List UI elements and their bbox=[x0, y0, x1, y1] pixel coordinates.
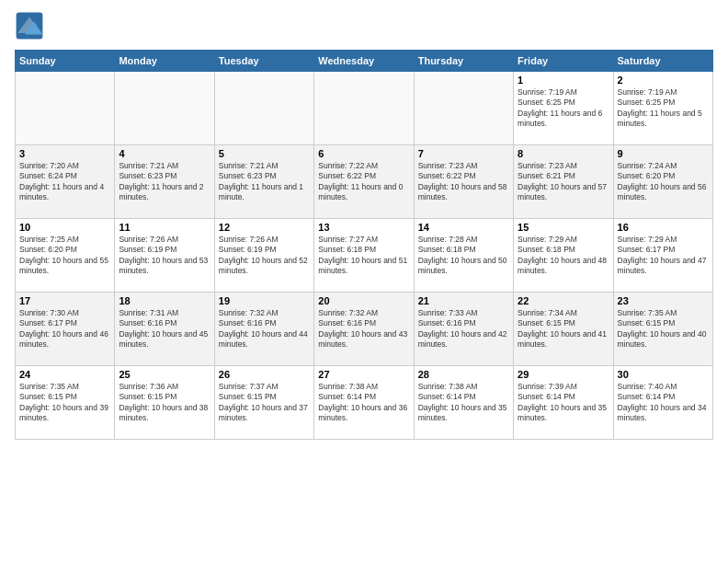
calendar-cell: 12Sunrise: 7:26 AMSunset: 6:19 PMDayligh… bbox=[214, 219, 313, 293]
calendar-cell: 14Sunrise: 7:28 AMSunset: 6:18 PMDayligh… bbox=[414, 219, 513, 293]
day-number: 8 bbox=[518, 148, 609, 159]
calendar-cell bbox=[16, 72, 115, 145]
day-info: Sunrise: 7:33 AMSunset: 6:16 PMDaylight:… bbox=[418, 308, 509, 350]
calendar-cell: 17Sunrise: 7:30 AMSunset: 6:17 PMDayligh… bbox=[16, 293, 115, 366]
day-number: 23 bbox=[618, 295, 709, 306]
day-number: 22 bbox=[518, 295, 609, 306]
calendar-week-row: 1Sunrise: 7:19 AMSunset: 6:25 PMDaylight… bbox=[16, 72, 713, 145]
day-info: Sunrise: 7:39 AMSunset: 6:14 PMDaylight:… bbox=[518, 382, 609, 424]
day-info: Sunrise: 7:21 AMSunset: 6:23 PMDaylight:… bbox=[119, 161, 210, 203]
page: SundayMondayTuesdayWednesdayThursdayFrid… bbox=[0, 0, 728, 563]
calendar-cell: 13Sunrise: 7:27 AMSunset: 6:18 PMDayligh… bbox=[314, 219, 414, 293]
calendar-cell bbox=[214, 72, 313, 145]
calendar-header-row: SundayMondayTuesdayWednesdayThursdayFrid… bbox=[16, 51, 713, 72]
day-info: Sunrise: 7:19 AMSunset: 6:25 PMDaylight:… bbox=[618, 87, 709, 130]
day-number: 6 bbox=[318, 148, 409, 159]
calendar-cell: 16Sunrise: 7:29 AMSunset: 6:17 PMDayligh… bbox=[613, 219, 712, 293]
day-info: Sunrise: 7:32 AMSunset: 6:16 PMDaylight:… bbox=[219, 308, 310, 350]
day-number: 13 bbox=[318, 222, 409, 233]
calendar-cell: 4Sunrise: 7:21 AMSunset: 6:23 PMDaylight… bbox=[115, 145, 214, 219]
day-number: 16 bbox=[618, 222, 709, 233]
day-info: Sunrise: 7:19 AMSunset: 6:25 PMDaylight:… bbox=[518, 87, 609, 130]
calendar-cell: 7Sunrise: 7:23 AMSunset: 6:22 PMDaylight… bbox=[414, 145, 513, 219]
calendar-cell: 28Sunrise: 7:38 AMSunset: 6:14 PMDayligh… bbox=[414, 366, 513, 440]
day-info: Sunrise: 7:22 AMSunset: 6:22 PMDaylight:… bbox=[318, 161, 409, 203]
calendar-header-saturday: Saturday bbox=[613, 51, 712, 72]
day-number: 15 bbox=[518, 222, 609, 233]
day-number: 7 bbox=[418, 148, 509, 159]
day-number: 26 bbox=[219, 369, 310, 380]
calendar-cell bbox=[115, 72, 214, 145]
calendar-cell: 5Sunrise: 7:21 AMSunset: 6:23 PMDaylight… bbox=[214, 145, 313, 219]
day-number: 27 bbox=[318, 369, 409, 380]
calendar-cell: 8Sunrise: 7:23 AMSunset: 6:21 PMDaylight… bbox=[514, 145, 613, 219]
calendar-cell: 2Sunrise: 7:19 AMSunset: 6:25 PMDaylight… bbox=[613, 72, 712, 145]
calendar-header-wednesday: Wednesday bbox=[314, 51, 414, 72]
day-number: 24 bbox=[19, 369, 110, 380]
calendar-cell: 30Sunrise: 7:40 AMSunset: 6:14 PMDayligh… bbox=[613, 366, 712, 440]
day-info: Sunrise: 7:40 AMSunset: 6:14 PMDaylight:… bbox=[618, 382, 709, 424]
day-info: Sunrise: 7:32 AMSunset: 6:16 PMDaylight:… bbox=[318, 308, 409, 350]
calendar-week-row: 3Sunrise: 7:20 AMSunset: 6:24 PMDaylight… bbox=[16, 145, 713, 219]
calendar-cell: 10Sunrise: 7:25 AMSunset: 6:20 PMDayligh… bbox=[16, 219, 115, 293]
day-number: 3 bbox=[19, 148, 110, 159]
day-number: 1 bbox=[518, 75, 609, 86]
day-info: Sunrise: 7:26 AMSunset: 6:19 PMDaylight:… bbox=[219, 235, 310, 277]
calendar-week-row: 17Sunrise: 7:30 AMSunset: 6:17 PMDayligh… bbox=[16, 293, 713, 366]
day-info: Sunrise: 7:23 AMSunset: 6:21 PMDaylight:… bbox=[518, 161, 609, 203]
day-number: 21 bbox=[418, 295, 509, 306]
calendar-cell: 26Sunrise: 7:37 AMSunset: 6:15 PMDayligh… bbox=[214, 366, 313, 440]
day-number: 19 bbox=[219, 295, 310, 306]
day-info: Sunrise: 7:34 AMSunset: 6:15 PMDaylight:… bbox=[518, 308, 609, 350]
calendar-header-monday: Monday bbox=[115, 51, 214, 72]
logo-icon bbox=[15, 11, 44, 40]
day-info: Sunrise: 7:35 AMSunset: 6:15 PMDaylight:… bbox=[19, 382, 110, 424]
calendar-cell: 3Sunrise: 7:20 AMSunset: 6:24 PMDaylight… bbox=[16, 145, 115, 219]
day-info: Sunrise: 7:20 AMSunset: 6:24 PMDaylight:… bbox=[19, 161, 110, 203]
header bbox=[15, 11, 713, 40]
logo bbox=[15, 11, 48, 40]
calendar-cell: 24Sunrise: 7:35 AMSunset: 6:15 PMDayligh… bbox=[16, 366, 115, 440]
day-info: Sunrise: 7:29 AMSunset: 6:18 PMDaylight:… bbox=[518, 235, 609, 277]
calendar-cell: 18Sunrise: 7:31 AMSunset: 6:16 PMDayligh… bbox=[115, 293, 214, 366]
calendar-cell: 21Sunrise: 7:33 AMSunset: 6:16 PMDayligh… bbox=[414, 293, 513, 366]
day-number: 30 bbox=[618, 369, 709, 380]
day-info: Sunrise: 7:38 AMSunset: 6:14 PMDaylight:… bbox=[418, 382, 509, 424]
calendar-header-thursday: Thursday bbox=[414, 51, 513, 72]
calendar-cell: 20Sunrise: 7:32 AMSunset: 6:16 PMDayligh… bbox=[314, 293, 414, 366]
day-info: Sunrise: 7:25 AMSunset: 6:20 PMDaylight:… bbox=[19, 235, 110, 277]
calendar-cell: 27Sunrise: 7:38 AMSunset: 6:14 PMDayligh… bbox=[314, 366, 414, 440]
calendar-cell: 6Sunrise: 7:22 AMSunset: 6:22 PMDaylight… bbox=[314, 145, 414, 219]
calendar-cell: 15Sunrise: 7:29 AMSunset: 6:18 PMDayligh… bbox=[514, 219, 613, 293]
calendar-week-row: 10Sunrise: 7:25 AMSunset: 6:20 PMDayligh… bbox=[16, 219, 713, 293]
calendar-cell: 11Sunrise: 7:26 AMSunset: 6:19 PMDayligh… bbox=[115, 219, 214, 293]
day-number: 18 bbox=[119, 295, 210, 306]
day-info: Sunrise: 7:30 AMSunset: 6:17 PMDaylight:… bbox=[19, 308, 110, 350]
calendar-cell bbox=[414, 72, 513, 145]
day-info: Sunrise: 7:31 AMSunset: 6:16 PMDaylight:… bbox=[119, 308, 210, 350]
calendar-header-tuesday: Tuesday bbox=[214, 51, 313, 72]
day-number: 4 bbox=[119, 148, 210, 159]
day-info: Sunrise: 7:35 AMSunset: 6:15 PMDaylight:… bbox=[618, 308, 709, 350]
calendar-cell: 22Sunrise: 7:34 AMSunset: 6:15 PMDayligh… bbox=[514, 293, 613, 366]
day-number: 25 bbox=[119, 369, 210, 380]
calendar-header-friday: Friday bbox=[514, 51, 613, 72]
day-number: 17 bbox=[19, 295, 110, 306]
day-number: 10 bbox=[19, 222, 110, 233]
day-number: 12 bbox=[219, 222, 310, 233]
day-info: Sunrise: 7:24 AMSunset: 6:20 PMDaylight:… bbox=[618, 161, 709, 203]
calendar-cell: 19Sunrise: 7:32 AMSunset: 6:16 PMDayligh… bbox=[214, 293, 313, 366]
calendar-cell: 1Sunrise: 7:19 AMSunset: 6:25 PMDaylight… bbox=[514, 72, 613, 145]
day-info: Sunrise: 7:29 AMSunset: 6:17 PMDaylight:… bbox=[618, 235, 709, 277]
calendar-cell: 25Sunrise: 7:36 AMSunset: 6:15 PMDayligh… bbox=[115, 366, 214, 440]
day-info: Sunrise: 7:36 AMSunset: 6:15 PMDaylight:… bbox=[119, 382, 210, 424]
day-info: Sunrise: 7:27 AMSunset: 6:18 PMDaylight:… bbox=[318, 235, 409, 277]
day-number: 29 bbox=[518, 369, 609, 380]
calendar-cell: 29Sunrise: 7:39 AMSunset: 6:14 PMDayligh… bbox=[514, 366, 613, 440]
day-number: 9 bbox=[618, 148, 709, 159]
day-number: 20 bbox=[318, 295, 409, 306]
day-number: 5 bbox=[219, 148, 310, 159]
day-info: Sunrise: 7:21 AMSunset: 6:23 PMDaylight:… bbox=[219, 161, 310, 203]
day-number: 2 bbox=[618, 75, 709, 86]
calendar-week-row: 24Sunrise: 7:35 AMSunset: 6:15 PMDayligh… bbox=[16, 366, 713, 440]
